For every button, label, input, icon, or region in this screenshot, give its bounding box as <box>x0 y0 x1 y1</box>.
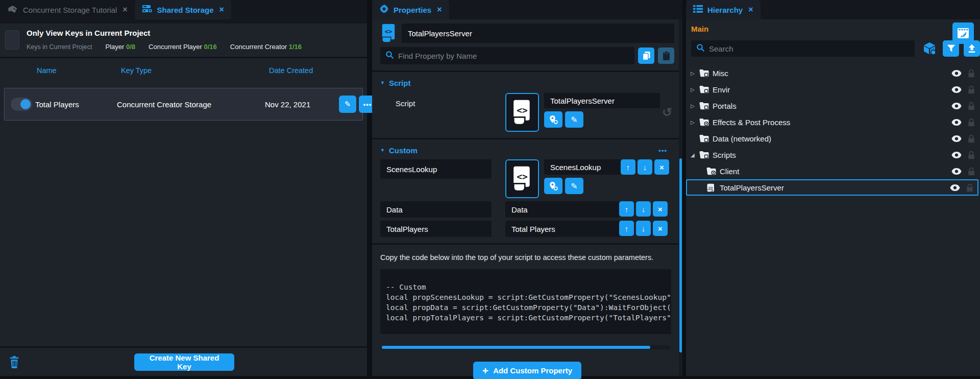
visibility-eye-icon[interactable] <box>951 70 962 77</box>
reset-property-icon[interactable]: ↺ <box>662 105 674 120</box>
only-current-project-checkbox[interactable] <box>5 30 19 50</box>
hierarchy-item-label: TotalPlayersServer <box>720 183 784 192</box>
hierarchy-item-label: Misc <box>713 69 728 78</box>
tab-properties[interactable]: Properties × <box>372 0 449 19</box>
custom-property-row: ↑ ↓ × <box>380 201 674 218</box>
pencil-icon: ✎ <box>345 100 351 109</box>
hierarchy-search-input[interactable] <box>709 44 910 53</box>
key-enabled-toggle[interactable] <box>11 98 32 111</box>
tab-concurrent-storage-tutorial[interactable]: Concurrent Storage Tutorial × <box>0 0 135 19</box>
remove-property-button[interactable]: × <box>653 201 668 217</box>
copy-properties-button[interactable] <box>638 48 654 64</box>
hierarchy-item-label: Client <box>720 167 739 176</box>
hierarchy-item-totalplayersserver[interactable]: <> TotalPlayersServer <box>686 179 978 196</box>
hierarchy-item-data-networked[interactable]: Data (networked) <box>686 130 980 147</box>
hierarchy-item-envir[interactable]: ▷ Envir <box>686 81 980 98</box>
vertical-scrollbar-thumb[interactable] <box>679 158 682 352</box>
player-count-value: 0/8 <box>126 43 135 51</box>
column-header-name[interactable]: Name <box>37 66 121 75</box>
script-file-icon: <> <box>706 183 720 192</box>
expander-collapsed-icon[interactable]: ▷ <box>691 87 699 92</box>
custom-prop-name-input[interactable] <box>380 159 492 179</box>
column-header-date-created[interactable]: Date Created <box>269 66 361 75</box>
asset-thumbnail[interactable]: <> <box>505 159 539 198</box>
filter-scope-label: Keys in Current Project <box>27 43 92 51</box>
move-up-button[interactable]: ↑ <box>619 221 634 236</box>
tab-hierarchy[interactable]: Hierarchy × <box>686 0 761 19</box>
expander-collapsed-icon[interactable]: ▷ <box>691 120 699 125</box>
property-search-box[interactable] <box>380 47 634 64</box>
custom-prop-asset-name[interactable]: ScenesLookup <box>544 159 621 175</box>
custom-prop-name-input[interactable] <box>380 201 492 218</box>
gear-icon <box>379 4 389 15</box>
find-in-project-button[interactable] <box>544 178 562 194</box>
lock-icon[interactable] <box>968 167 975 176</box>
hierarchy-item-client[interactable]: Client <box>686 163 980 179</box>
custom-section-header[interactable]: ▼ Custom ••• <box>380 144 674 156</box>
lock-icon[interactable] <box>968 151 975 159</box>
lock-icon[interactable] <box>968 102 975 110</box>
visibility-eye-icon[interactable] <box>951 152 962 158</box>
horizontal-scrollbar[interactable] <box>381 345 670 349</box>
column-header-key-type[interactable]: Key Type <box>121 66 269 75</box>
lock-icon[interactable] <box>968 118 975 127</box>
close-icon[interactable]: × <box>219 5 224 14</box>
custom-code-helper-text: Copy the code below into the top of your… <box>380 253 662 263</box>
script-section-header[interactable]: ▼ Script <box>380 77 674 89</box>
tab-shared-storage[interactable]: Shared Storage × <box>135 0 231 19</box>
hierarchy-item-effects-post-process[interactable]: ▷ Effects & Post Process <box>686 114 980 130</box>
hierarchy-item-scripts[interactable]: ◢ Scripts <box>686 147 980 163</box>
hierarchy-item-misc[interactable]: ▷ Misc <box>686 65 980 81</box>
move-up-button[interactable]: ↑ <box>619 201 634 217</box>
expander-collapsed-icon[interactable]: ▷ <box>691 103 699 109</box>
tab-label: Hierarchy <box>707 6 743 14</box>
shared-key-row[interactable]: Total Players Concurrent Creator Storage… <box>4 88 363 121</box>
visibility-eye-icon[interactable] <box>951 168 962 175</box>
lock-icon[interactable] <box>968 134 975 143</box>
visibility-eye-icon[interactable] <box>951 103 962 109</box>
edit-asset-button[interactable]: ✎ <box>565 178 583 194</box>
horizontal-scrollbar-thumb[interactable] <box>382 346 650 349</box>
visibility-eye-icon[interactable] <box>951 86 962 93</box>
object-name-input[interactable] <box>402 23 674 43</box>
edit-key-button[interactable]: ✎ <box>339 96 356 113</box>
move-down-button[interactable]: ↓ <box>636 221 651 236</box>
expander-collapsed-icon[interactable]: ▷ <box>691 70 699 76</box>
move-up-button[interactable]: ↑ <box>621 159 635 175</box>
add-custom-property-button[interactable]: + Add Custom Property <box>473 362 581 379</box>
close-icon[interactable]: × <box>437 5 442 14</box>
custom-section-options-icon[interactable]: ••• <box>658 147 674 154</box>
folder-networked-icon <box>699 134 713 143</box>
visibility-eye-icon[interactable] <box>950 184 960 191</box>
hierarchy-item-portals[interactable]: ▷ Portals <box>686 98 980 114</box>
property-search-input[interactable] <box>398 52 629 60</box>
concurrent-creator-count-value: 1/16 <box>289 43 302 51</box>
visibility-eye-icon[interactable] <box>951 119 962 126</box>
script-asset-thumbnail[interactable]: <> <box>505 93 539 132</box>
object-cube-icon[interactable] <box>923 42 937 55</box>
edit-script-button[interactable]: ✎ <box>565 111 583 128</box>
move-down-button[interactable]: ↓ <box>638 159 652 175</box>
create-new-shared-key-button[interactable]: Create New Shared Key <box>134 353 234 371</box>
remove-property-button[interactable]: × <box>654 159 669 175</box>
paste-properties-button[interactable] <box>658 48 674 64</box>
lock-icon[interactable] <box>968 69 975 78</box>
script-asset-name[interactable]: TotalPlayersServer <box>544 93 660 108</box>
expander-expanded-icon[interactable]: ◢ <box>691 152 699 158</box>
lock-icon[interactable] <box>968 85 975 94</box>
delete-key-button[interactable] <box>9 356 19 368</box>
custom-prop-name-input[interactable] <box>380 221 492 237</box>
custom-prop-value-input[interactable] <box>505 201 619 218</box>
move-down-button[interactable]: ↓ <box>636 201 651 217</box>
hierarchy-search-box[interactable] <box>691 40 915 57</box>
publish-scene-button[interactable] <box>952 22 974 44</box>
lock-icon[interactable] <box>966 183 973 192</box>
key-date-created: Nov 22, 2021 <box>265 100 339 109</box>
visibility-eye-icon[interactable] <box>951 135 962 142</box>
vertical-scrollbar[interactable] <box>679 19 682 376</box>
close-icon[interactable]: × <box>748 5 753 14</box>
close-icon[interactable]: × <box>122 5 127 14</box>
find-in-project-button[interactable] <box>544 111 562 128</box>
custom-prop-value-input[interactable] <box>505 221 619 237</box>
remove-property-button[interactable]: × <box>653 221 668 236</box>
